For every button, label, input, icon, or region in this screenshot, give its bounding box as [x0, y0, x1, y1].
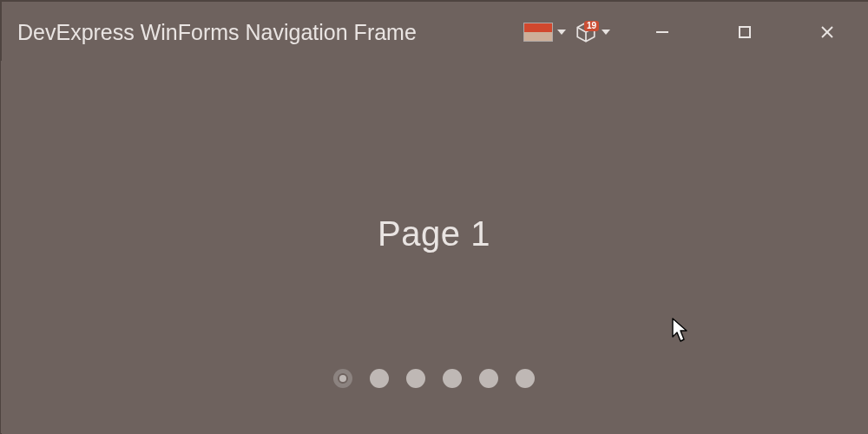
- page-dot-5[interactable]: [479, 369, 498, 388]
- window-controls: [621, 2, 868, 62]
- page-dot-1[interactable]: [333, 369, 352, 388]
- theme-swatch-icon: [523, 23, 553, 42]
- navigation-frame-content: Page 1: [1, 61, 867, 433]
- page-dot-4[interactable]: [443, 369, 462, 388]
- svg-rect-1: [740, 27, 750, 37]
- title-bar: DevExpress WinForms Navigation Frame 19: [2, 2, 868, 62]
- mouse-cursor-icon: [672, 318, 691, 344]
- page-indicator: [333, 369, 535, 388]
- toolbar-group: 19: [522, 17, 612, 47]
- close-button[interactable]: [786, 2, 868, 62]
- minimize-button[interactable]: [621, 2, 703, 62]
- skin-badge: 19: [584, 21, 599, 31]
- page-dot-2[interactable]: [370, 369, 389, 388]
- window-title: DevExpress WinForms Navigation Frame: [17, 20, 417, 45]
- page-dot-3[interactable]: [406, 369, 425, 388]
- maximize-button[interactable]: [703, 2, 786, 62]
- chevron-down-icon: [557, 30, 566, 35]
- page-title: Page 1: [378, 214, 490, 253]
- cube-icon: 19: [575, 21, 597, 43]
- chevron-down-icon: [602, 30, 610, 35]
- page-dot-6[interactable]: [516, 369, 535, 388]
- skin-picker-button[interactable]: 19: [573, 17, 612, 47]
- theme-swatch-button[interactable]: [522, 19, 568, 45]
